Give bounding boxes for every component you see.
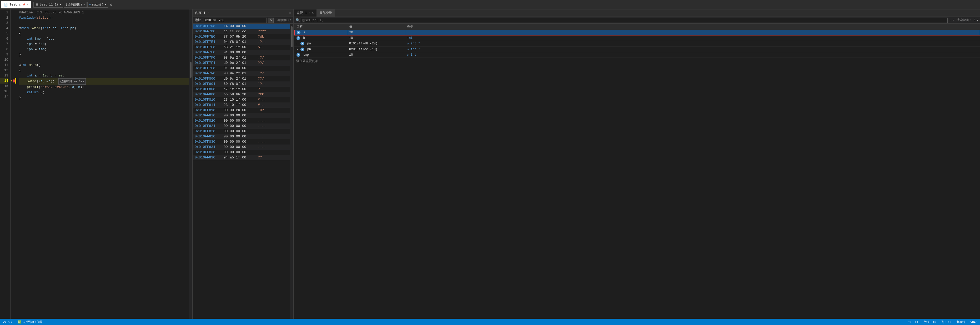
memory-refresh-button[interactable]: ↻ [268,17,274,23]
line-num-11: 11 [0,63,8,68]
var-icon-tmp: ● [296,53,300,57]
zoom-value: 90 % [3,320,10,323]
watch-close-button[interactable]: × [312,11,313,15]
var-label-pa: pa [307,42,311,46]
settings-button[interactable]: ⚙ [108,2,114,8]
watch-row-pa: ▸ ● pa 0x010ff7d8 {20} ↺ int * [294,41,980,46]
tab-pin-icon: 📌 [22,3,25,6]
scope-dropdown[interactable]: (全局范围) ▾ [64,2,87,8]
line-num-13: 13 [0,73,8,78]
tab-type-info[interactable]: 制表符 [956,320,965,324]
pb-expand-icon[interactable]: ▸ [296,48,298,51]
watch-locals-tabbar: 监视 1 🖈 × 局部变量 [294,10,980,17]
breakpoint-icon[interactable] [13,79,15,82]
watch-name-tmp: ● tmp [294,52,347,57]
memory-row-4: 0x010FF7E4 04 f8 0f 01 .?.. [193,40,290,45]
var-icon-pa: ● [301,42,304,46]
var-label-tmp: tmp [303,53,309,57]
line-num-2: 2 [0,15,8,21]
memory-pin-icon[interactable]: 🖈 [207,11,210,15]
tab-close-icon[interactable]: × [27,3,29,6]
memory-addr-1: 0x010FF7D8 [195,24,224,29]
memory-address-input[interactable] [204,17,267,23]
line-info: 行: 14 [908,320,918,324]
memory-panel-header: 内存 1 🖈 ✕ [193,10,293,17]
search-depth-value: 3 [974,18,975,22]
memory-row-17: 0x010FF818 00 30 eb 00 .0?. [193,108,290,113]
watch-search-input[interactable] [301,17,948,23]
watch-value-pb: 0x010ff7cc {10} [347,46,405,52]
watch-type-pb: ↺ int * [405,46,980,52]
memory-row-26: 0x010FF83C 94 a5 1f 00 ??.. [193,155,290,160]
code-scrollbar[interactable] [189,10,192,319]
code-line-4: ⊟void Swap1(int* pa, int* pb) [19,26,189,31]
watch-value-tmp: 10 [347,52,405,57]
watch-pin-icon: 🖈 [308,11,311,15]
code-line-3 [19,21,189,26]
nav-fwd-icon[interactable]: → [952,18,954,22]
watch-name-pb: ▸ ● pb [294,46,347,52]
code-line-15: printf("a=%d, b=%d\n", a, b); [19,85,189,90]
line-num-16: 16 [0,89,8,94]
function-dropdown[interactable]: ⊕ main() ▾ [88,2,108,8]
search-icon: 🔍 [296,18,300,22]
line-num-9: 9 [0,52,8,57]
memory-close-button[interactable]: ✕ [289,11,291,15]
memory-content[interactable]: 0x010FF7D8 14 00 00 00 .... 0x010FF7DC c… [193,24,293,319]
nav-back-icon[interactable]: ← [949,18,951,22]
code-line-13: int a = 10, b = 20; [19,73,189,78]
search-depth-label: 搜索深度： [956,18,972,22]
var-icon-pb: ● [301,48,304,51]
memory-row-20: 0x010FF824 00 00 00 00 .... [193,124,290,129]
file-icon-small: 🖥 [35,3,38,6]
code-editor: 1 2 3 4 5 6 7 8 9 10 11 12 13 14 15 16 1 [0,10,192,319]
file-icon: 📄 [4,3,8,7]
tab-type-label: 制表符 [956,320,965,324]
pa-expand-icon[interactable]: ▸ [296,43,298,46]
var-label-b: b [303,36,305,40]
breakpoint-gutter: ➤ [11,10,15,319]
watch-value-pa: 0x010ff7d8 {20} [347,41,405,46]
code-text-area[interactable]: #define _CRT_SECURE_NO_WARNINGS 1 #inclu… [16,10,189,319]
watch-toolbar: 🔍 ← → 搜索深度： 3 ▾ [294,17,980,24]
code-line-6: int tmp = *pa; [19,36,189,41]
memory-bytes-1: 14 00 00 00 [224,24,258,29]
code-line-10 [19,57,189,63]
pb-type-refresh-icon: ↺ [407,48,409,51]
code-line-12: { [19,68,189,73]
watch-type-pa: ↺ int * [405,41,980,46]
memory-row-9: 0x010FF7F8 01 00 00 00 .... [193,66,290,71]
debug-arrow-icon: ➤ [11,79,13,83]
memory-row-6: 0x010FF7EC 01 00 00 00 .... [193,50,290,55]
memory-row-22: 0x010FF82C 00 00 00 00 .... [193,134,290,139]
code-line-1: #define _CRT_SECURE_NO_WARNINGS 1 [19,10,189,15]
status-text: 未找到相关问题 [22,320,43,324]
col-name: 名称 [294,24,347,30]
watch-table-container[interactable]: 名称 值 类型 ● a 20 [294,24,980,319]
watch-type-a [405,30,980,35]
locals-tab[interactable]: 局部变量 [317,10,335,17]
memory-scroll-thumb [291,26,293,47]
timing-tooltip: 已用时间 <= 1ms [59,78,86,85]
line-num-8: 8 [0,47,8,52]
memory-row-14: 0x010FF80C bb 58 6b 20 ?Xk [193,92,290,97]
memory-scrollbar[interactable] [290,24,293,319]
line-num-7: 7 [0,41,8,47]
watch-type-tmp: ↺ int [405,52,980,57]
editor-tab[interactable]: 📄 Test.c 📌 × [1,1,31,8]
watch-type-b: int [405,35,980,41]
memory-row-19: 0x010FF820 00 00 00 00 .... [193,118,290,124]
add-watch-hint[interactable]: 添加要监视的项 [294,58,980,64]
memory-row-13: 0x010FF808 a7 1f 1f 00 ?... [193,87,290,92]
memory-chars-1: .... [258,24,266,29]
line-ending-info[interactable]: CRLF [970,320,977,323]
watch-tab[interactable]: 监视 1 🖈 × [294,10,317,17]
var-icon-b: ● [296,36,300,40]
filename-dropdown[interactable]: 🖥 test_11_17 ▾ [33,2,63,8]
col-type: 类型 [405,24,980,30]
depth-chevron-icon[interactable]: ▾ [976,18,978,22]
line-num-1: 1 [0,10,8,15]
main-area: 1 2 3 4 5 6 7 8 9 10 11 12 13 14 15 16 1 [0,10,980,319]
zoom-item[interactable]: 90 % ▾ [3,320,13,324]
tmp-type-refresh-icon: ↺ [407,53,409,57]
